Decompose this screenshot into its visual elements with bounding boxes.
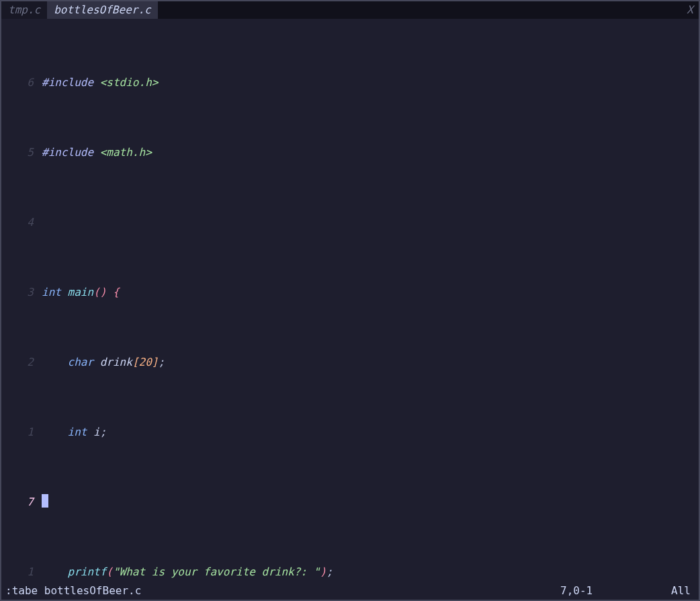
line-number: 1 [1, 563, 42, 581]
cursor-icon [42, 494, 48, 508]
tab-tmp[interactable]: tmp.c [1, 1, 47, 19]
status-bar: :tabe bottlesOfBeer.c 7,0-1 All [1, 581, 699, 600]
tab-bar: tmp.c bottlesOfBeer.c X [1, 1, 699, 19]
code-line: 3int main() { [1, 284, 699, 301]
code-line: 2 char drink[20]; [1, 354, 699, 371]
cursor-position: 7,0-1 [560, 584, 654, 597]
close-icon[interactable]: X [681, 1, 699, 19]
code-line: 5#include <math.h> [1, 144, 699, 161]
tab-bottles[interactable]: bottlesOfBeer.c [47, 1, 158, 19]
line-number: 5 [1, 144, 42, 161]
line-number-current: 7 [1, 493, 42, 511]
code-line: 4 [1, 214, 699, 231]
command-line[interactable]: :tabe bottlesOfBeer.c [5, 584, 560, 597]
line-number: 4 [1, 214, 42, 231]
line-number: 1 [1, 424, 42, 441]
line-number: 2 [1, 354, 42, 371]
code-line: 1 printf("What is your favorite drink?: … [1, 563, 699, 581]
scroll-percent: All [654, 584, 695, 597]
code-line: 6#include <stdio.h> [1, 74, 699, 91]
code-line: 7 [1, 493, 699, 511]
line-number: 3 [1, 284, 42, 301]
code-line: 1 int i; [1, 424, 699, 441]
code-editor[interactable]: 6#include <stdio.h> 5#include <math.h> 4… [1, 19, 699, 581]
line-number: 6 [1, 74, 42, 91]
